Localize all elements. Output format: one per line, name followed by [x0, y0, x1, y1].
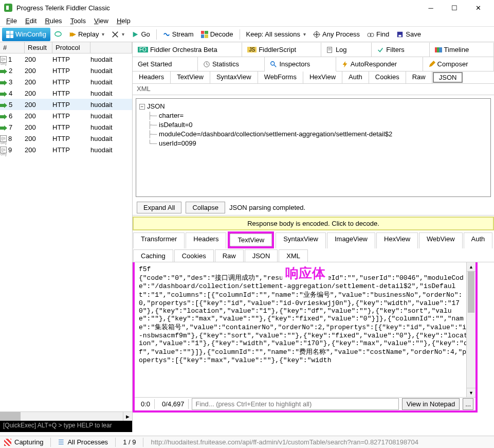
parse-status: JSON parsing completed. — [229, 204, 305, 211]
more-button[interactable]: ... — [463, 398, 473, 410]
collapse-button[interactable]: Collapse — [186, 202, 225, 213]
resptab-transformer[interactable]: Transformer — [133, 232, 185, 248]
expand-all-button[interactable]: Expand All — [137, 202, 181, 213]
tree-leaf[interactable]: ├─ moduleCode=/dashboard/collection/sett… — [148, 130, 487, 139]
col-number[interactable]: # — [0, 42, 25, 53]
col-result[interactable]: Result — [25, 42, 52, 53]
tree-root[interactable]: JSON — [147, 102, 165, 110]
menu-rules[interactable]: Rules — [42, 16, 65, 26]
tab-log[interactable]: Log — [321, 43, 372, 57]
svg-line-27 — [274, 64, 276, 66]
col-host[interactable] — [90, 42, 132, 53]
resptab-headers[interactable]: Headers — [186, 232, 226, 248]
scroll-down-icon[interactable]: ▼ — [467, 388, 475, 397]
decode-banner[interactable]: Response body is encoded. Click to decod… — [133, 217, 494, 230]
go-button[interactable]: Go — [129, 28, 153, 41]
json-tree[interactable]: −JSON ├─ charter=├─ isDefault=0├─ module… — [136, 98, 491, 197]
tree-leaf[interactable]: ├─ isDefault=0 — [148, 120, 487, 130]
tab-composer[interactable]: Composer — [423, 57, 494, 71]
save-icon — [396, 31, 404, 38]
menu-file[interactable]: File — [3, 16, 20, 26]
resptab-textview[interactable]: TextView — [230, 234, 272, 246]
reqtab-headers[interactable]: Headers — [133, 71, 171, 83]
menu-help[interactable]: Help — [114, 16, 134, 26]
col-protocol[interactable]: Protocol — [52, 42, 90, 53]
capturing-label[interactable]: Capturing — [14, 438, 43, 446]
save-button[interactable]: Save — [393, 28, 424, 41]
session-row[interactable]: 7200HTTPhuodait — [0, 121, 132, 133]
replay-icon — [69, 31, 76, 38]
keep-dropdown[interactable]: Keep: All sessions — [243, 28, 309, 41]
any-process-button[interactable]: Any Process — [310, 28, 363, 41]
quickexec-input[interactable]: [QuickExec] ALT+Q > type HELP to lear — [0, 421, 132, 432]
response-body-textview[interactable]: f5f {"code":"0","des":"接口调用成功","result":… — [135, 262, 475, 397]
tree-leaf[interactable]: ├─ charter= — [148, 111, 487, 120]
reqtab-hex[interactable]: HexView — [303, 71, 342, 83]
session-row[interactable]: 2200HTTPhuodait — [0, 65, 132, 76]
reqtab-webforms[interactable]: WebForms — [258, 71, 303, 83]
hscroll-thumb[interactable] — [0, 412, 21, 421]
session-row[interactable]: 3200HTTPhuodait — [0, 76, 132, 87]
find-in-body-input[interactable] — [192, 398, 398, 410]
resptab-image[interactable]: ImageView — [327, 232, 375, 248]
arrow-right-icon — [0, 113, 7, 118]
minimize-button[interactable]: ─ — [419, 0, 443, 15]
resptab-xml[interactable]: XML — [279, 249, 308, 262]
resptab-syntax[interactable]: SyntaxView — [276, 232, 326, 248]
resptab-web[interactable]: WebView — [419, 232, 462, 248]
tree-collapse-icon[interactable]: − — [139, 104, 145, 110]
reqtab-textview[interactable]: TextView — [171, 71, 210, 83]
sessions-list[interactable]: {json}1200HTTPhuodait2200HTTPhuodait3200… — [0, 53, 132, 411]
resptab-raw[interactable]: Raw — [215, 249, 244, 262]
stream-button[interactable]: Stream — [160, 28, 197, 41]
menu-edit[interactable]: Edit — [22, 16, 40, 26]
response-vscroll[interactable]: ▲ ▼ — [466, 262, 475, 397]
sessions-hscroll[interactable]: ▶ — [0, 411, 132, 421]
resptab-caching[interactable]: Caching — [133, 249, 173, 262]
resptab-cookies[interactable]: Cookies — [174, 249, 214, 262]
menu-view[interactable]: View — [91, 16, 112, 26]
session-row[interactable]: 6200HTTPhuodait — [0, 110, 132, 121]
svg-marker-18 — [0, 114, 7, 119]
all-processes-label[interactable]: All Processes — [67, 438, 108, 446]
session-row[interactable]: {json}8200HTTPhuodait — [0, 133, 132, 144]
reqtab-syntax[interactable]: SyntaxView — [210, 71, 258, 83]
reqtab-json[interactable]: JSON — [433, 72, 463, 83]
session-row[interactable]: {json}9200HTTPhuodait — [0, 144, 132, 155]
close-button[interactable]: ✕ — [466, 0, 490, 15]
tab-autoresponder[interactable]: AutoResponder — [336, 57, 423, 71]
reqtab-auth[interactable]: Auth — [342, 71, 369, 83]
clock-icon — [203, 61, 210, 68]
tab-orchestra[interactable]: FO Fiddler Orchestra Beta — [133, 43, 242, 57]
vscroll-thumb[interactable] — [468, 272, 474, 313]
session-row[interactable]: 4200HTTPhuodait — [0, 87, 132, 99]
maximize-button[interactable]: ☐ — [443, 0, 466, 15]
find-button[interactable]: Find — [364, 28, 392, 41]
reqtab-raw[interactable]: Raw — [406, 71, 432, 83]
scroll-up-icon[interactable]: ▲ — [467, 262, 475, 272]
session-row[interactable]: 5200HTTPhuodait — [0, 99, 132, 110]
tab-timeline[interactable]: Timeline — [430, 43, 494, 57]
view-in-notepad-button[interactable]: View in Notepad — [402, 398, 460, 410]
remove-button[interactable] — [108, 28, 127, 41]
tab-fiddlerscript[interactable]: JS FiddlerScript — [242, 43, 321, 57]
svg-marker-2 — [71, 32, 76, 37]
hscroll-right[interactable]: ▶ — [123, 412, 132, 421]
winconfig-button[interactable]: WinConfig — [2, 28, 50, 41]
resptab-json[interactable]: JSON — [245, 249, 278, 262]
arrow-right-icon — [0, 68, 7, 73]
reqtab-cookies[interactable]: Cookies — [369, 71, 406, 83]
session-row[interactable]: {json}1200HTTPhuodait — [0, 53, 132, 65]
replay-button[interactable]: Replay — [66, 28, 107, 41]
tab-inspectors[interactable]: Inspectors — [265, 57, 336, 71]
comment-button[interactable] — [51, 28, 65, 41]
reqtab-xml[interactable]: XML — [133, 84, 494, 95]
tab-statistics[interactable]: Statistics — [198, 57, 265, 71]
resptab-auth[interactable]: Auth — [464, 232, 493, 248]
tab-filters[interactable]: Filters — [372, 43, 429, 57]
resptab-hex[interactable]: HexView — [376, 232, 418, 248]
tab-get-started[interactable]: Get Started — [133, 57, 198, 71]
menu-tools[interactable]: Tools — [67, 16, 89, 26]
decode-button[interactable]: Decode — [198, 28, 236, 41]
tree-leaf[interactable]: └─ userId=0099 — [148, 139, 487, 148]
